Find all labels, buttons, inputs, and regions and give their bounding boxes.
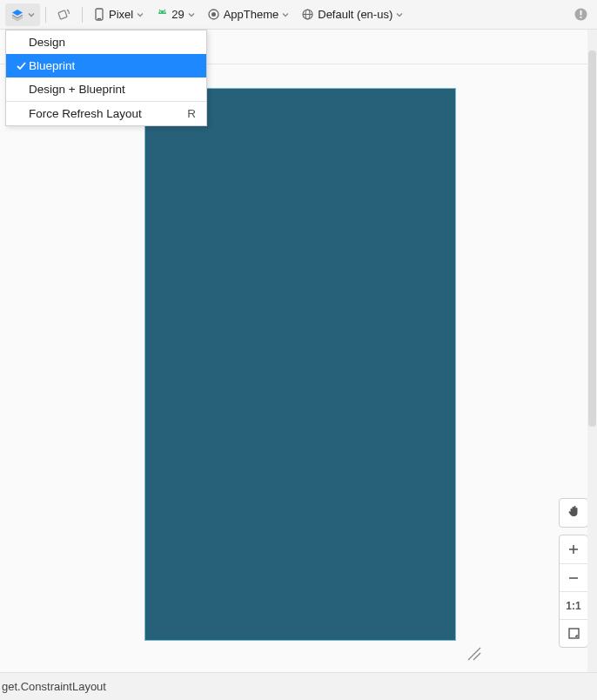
svg-point-7 — [160, 11, 161, 12]
svg-rect-16 — [580, 17, 582, 18]
rotate-icon — [57, 7, 71, 22]
locale-label: Default (en-us) — [318, 8, 392, 21]
chevron-down-icon — [137, 11, 144, 18]
zoom-out-button[interactable] — [560, 563, 587, 591]
svg-marker-0 — [12, 10, 23, 16]
menu-item-label: Design — [29, 36, 196, 49]
globe-icon — [301, 8, 314, 21]
chevron-down-icon — [188, 11, 195, 18]
layers-icon — [10, 8, 24, 22]
warning-icon — [574, 7, 588, 22]
menu-item-force-refresh[interactable]: Force Refresh Layout R — [6, 102, 206, 125]
menu-item-label: Design + Blueprint — [29, 83, 196, 96]
orientation-button[interactable] — [51, 3, 77, 26]
warnings-button[interactable] — [570, 3, 592, 26]
theme-icon — [207, 8, 220, 21]
scrollbar-thumb[interactable] — [588, 50, 596, 427]
menu-item-design[interactable]: Design — [6, 30, 206, 54]
blueprint-view[interactable] — [144, 88, 456, 641]
api-selector[interactable]: 29 — [151, 3, 199, 26]
svg-rect-15 — [580, 10, 582, 16]
device-label: Pixel — [109, 8, 133, 21]
device-selector[interactable]: Pixel — [88, 3, 149, 26]
chevron-down-icon — [282, 11, 289, 18]
phone-icon — [93, 8, 105, 22]
menu-item-blueprint[interactable]: Blueprint — [6, 54, 206, 77]
hand-icon — [567, 504, 581, 522]
status-text: get.ConstraintLayout — [2, 680, 106, 693]
toolbar-separator — [45, 7, 46, 23]
chevron-down-icon — [28, 11, 35, 18]
pan-tool[interactable] — [559, 498, 588, 528]
vertical-scrollbar[interactable] — [587, 30, 597, 672]
design-toolbar: Pixel 29 AppTheme — [0, 0, 597, 30]
svg-line-5 — [159, 10, 161, 11]
locale-selector[interactable]: Default (en-us) — [296, 3, 408, 26]
chevron-down-icon — [396, 11, 403, 18]
resize-handle[interactable] — [463, 643, 482, 664]
theme-selector[interactable]: AppTheme — [202, 3, 295, 26]
check-icon — [13, 60, 29, 71]
theme-label: AppTheme — [224, 8, 279, 21]
svg-point-10 — [211, 12, 216, 17]
toolbar-separator — [82, 7, 83, 23]
view-mode-menu: Design Blueprint Design + Blueprint Forc… — [5, 30, 207, 126]
svg-line-6 — [164, 10, 166, 11]
android-icon — [156, 8, 169, 21]
menu-item-shortcut: R — [187, 107, 196, 120]
menu-item-label: Blueprint — [29, 59, 196, 72]
zoom-in-button[interactable] — [560, 535, 587, 563]
svg-line-17 — [468, 648, 480, 660]
menu-item-design-blueprint[interactable]: Design + Blueprint — [6, 77, 206, 101]
zoom-fit-button[interactable] — [560, 619, 587, 647]
svg-point-8 — [164, 11, 164, 12]
status-bar: get.ConstraintLayout — [0, 672, 597, 700]
svg-rect-1 — [58, 10, 67, 19]
zoom-tools: 1:1 — [559, 498, 588, 648]
view-mode-button[interactable] — [5, 3, 40, 26]
menu-item-label: Force Refresh Layout — [29, 107, 187, 120]
zoom-reset-button[interactable]: 1:1 — [560, 591, 587, 619]
api-label: 29 — [171, 8, 184, 21]
